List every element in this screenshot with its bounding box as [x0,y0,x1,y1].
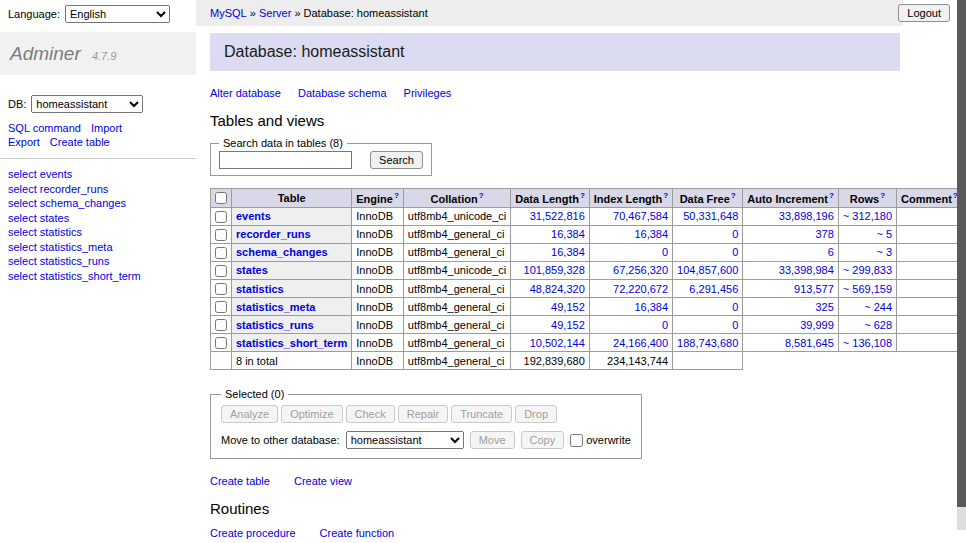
analyze-button[interactable]: Analyze [221,405,278,423]
cell-data-length-link[interactable]: 49,152 [551,319,585,331]
create-table-link[interactable]: Create table [210,475,270,487]
sidebar-action-sql-command[interactable]: SQL command [8,122,81,134]
cell-data-free-link[interactable]: 0 [732,228,738,240]
row-checkbox-statistics_runs[interactable] [215,319,227,331]
sidebar-select-events[interactable]: select events [8,168,196,180]
cell-auto-increment-link[interactable]: 33,398,984 [779,264,834,276]
sidebar-select-states[interactable]: select states [8,212,196,224]
create-function-link[interactable]: Create function [320,527,395,539]
cell-auto-increment-link[interactable]: 325 [816,301,834,313]
cell-data-length-link[interactable]: 49,152 [551,301,585,313]
cell-rows-link[interactable]: ~ 569,159 [843,283,892,295]
sidebar-select-statistics-meta[interactable]: select statistics_meta [8,241,196,253]
sidebar-action-create-table[interactable]: Create table [50,136,110,148]
table-link-statistics_short_term[interactable]: statistics_short_term [236,337,347,349]
cell-rows-link[interactable]: ~ 628 [864,319,892,331]
create-procedure-link[interactable]: Create procedure [210,527,296,539]
copy-button[interactable]: Copy [521,431,565,449]
table-link-statistics_meta[interactable]: statistics_meta [236,301,316,313]
cell-rows-link[interactable]: ~ 136,108 [843,337,892,349]
cell-data-free-link[interactable]: 104,857,600 [677,264,738,276]
breadcrumb-link-server[interactable]: Server [259,7,291,19]
database-schema-link[interactable]: Database schema [298,87,387,99]
row-checkbox-statistics_short_term[interactable] [215,337,227,349]
sidebar-select-statistics-runs[interactable]: select statistics_runs [8,255,196,267]
column-help-link[interactable]: ? [663,191,668,200]
cell-data-length-link[interactable]: 16,384 [551,228,585,240]
row-checkbox-recorder_runs[interactable] [215,229,227,241]
sidebar-select-statistics[interactable]: select statistics [8,226,196,238]
cell-data-length-link[interactable]: 10,502,144 [530,337,585,349]
privileges-link[interactable]: Privileges [404,87,452,99]
language-select[interactable]: English [65,5,170,23]
cell-auto-increment-link[interactable]: 913,577 [794,283,834,295]
row-checkbox-events[interactable] [215,211,227,223]
column-help-link[interactable]: ? [580,191,585,200]
cell-data-free-link[interactable]: 0 [732,246,738,258]
cell-rows-link[interactable]: ~ 3 [877,246,893,258]
sidebar-action-export[interactable]: Export [8,136,40,148]
column-help-link[interactable]: ? [394,191,399,200]
table-link-schema_changes[interactable]: schema_changes [236,246,328,258]
sidebar-select-statistics-short-term[interactable]: select statistics_short_term [8,270,196,282]
breadcrumb-link-mysql[interactable]: MySQL [210,7,247,19]
cell-data-free-link[interactable]: 6,291,456 [689,283,738,295]
table-link-recorder_runs[interactable]: recorder_runs [236,228,311,240]
column-help-link[interactable]: ? [829,191,834,200]
cell-index-length-link[interactable]: 16,384 [634,301,668,313]
overwrite-checkbox[interactable] [570,434,583,447]
cell-auto-increment-link[interactable]: 6 [828,246,834,258]
cell-rows-link[interactable]: ~ 244 [864,301,892,313]
row-checkbox-states[interactable] [215,265,227,277]
cell-rows-link[interactable]: ~ 5 [877,228,893,240]
cell-index-length-link[interactable]: 24,166,400 [613,337,668,349]
search-button[interactable]: Search [370,151,423,169]
cell-index-length-link[interactable]: 0 [662,246,668,258]
cell-index-length-link[interactable]: 70,467,584 [613,210,668,222]
sidebar-select-schema-changes[interactable]: select schema_changes [8,197,196,209]
cell-data-free-link[interactable]: 0 [732,301,738,313]
cell-auto-increment-link[interactable]: 378 [816,228,834,240]
sidebar-action-import[interactable]: Import [91,122,122,134]
repair-button[interactable]: Repair [398,405,448,423]
cell-index-length-link[interactable]: 16,384 [634,228,668,240]
move-db-select[interactable]: homeassistant [346,431,464,449]
cell-rows-link[interactable]: ~ 312,180 [843,210,892,222]
cell-data-length-link[interactable]: 48,824,320 [530,283,585,295]
row-checkbox-statistics[interactable] [215,283,227,295]
db-select[interactable]: homeassistant [31,95,143,113]
cell-data-free-link[interactable]: 188,743,680 [677,337,738,349]
vertical-scrollbar[interactable] [957,0,966,543]
row-checkbox-statistics_meta[interactable] [215,301,227,313]
cell-auto-increment-link[interactable]: 33,898,196 [779,210,834,222]
logout-button[interactable]: Logout [898,4,950,22]
row-checkbox-schema_changes[interactable] [215,247,227,259]
cell-data-length-link[interactable]: 16,384 [551,246,585,258]
column-help-link[interactable]: ? [479,191,484,200]
cell-data-free-link[interactable]: 50,331,648 [683,210,738,222]
scrollbar-thumb[interactable] [957,0,966,507]
cell-index-length-link[interactable]: 0 [662,319,668,331]
sidebar-select-recorder-runs[interactable]: select recorder_runs [8,183,196,195]
move-button[interactable]: Move [470,431,515,449]
check-button[interactable]: Check [346,405,395,423]
table-link-states[interactable]: states [236,264,268,276]
table-link-statistics_runs[interactable]: statistics_runs [236,319,314,331]
cell-index-length-link[interactable]: 72,220,672 [613,283,668,295]
cell-auto-increment-link[interactable]: 39,999 [800,319,834,331]
cell-data-length-link[interactable]: 31,522,816 [530,210,585,222]
column-help-link[interactable]: ? [880,191,885,200]
select-all-checkbox[interactable] [215,192,227,204]
create-view-link[interactable]: Create view [294,475,352,487]
table-link-events[interactable]: events [236,210,271,222]
search-input[interactable] [219,151,352,169]
cell-rows-link[interactable]: ~ 299,833 [843,264,892,276]
table-link-statistics[interactable]: statistics [236,283,284,295]
cell-auto-increment-link[interactable]: 8,581,645 [785,337,834,349]
cell-data-free-link[interactable]: 0 [732,319,738,331]
truncate-button[interactable]: Truncate [451,405,512,423]
app-name[interactable]: Adminer [10,43,81,64]
optimize-button[interactable]: Optimize [281,405,342,423]
cell-index-length-link[interactable]: 67,256,320 [613,264,668,276]
cell-data-length-link[interactable]: 101,859,328 [524,264,585,276]
